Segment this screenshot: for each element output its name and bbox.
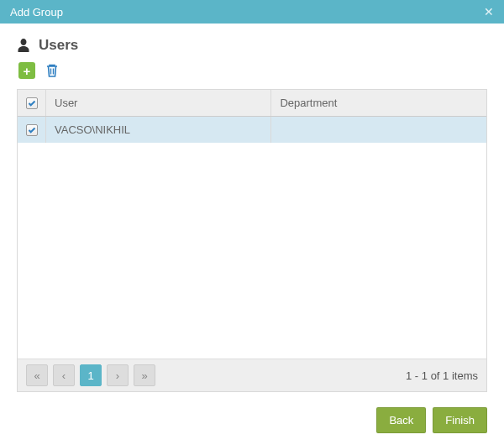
cell-department	[271, 117, 486, 143]
dialog-title: Add Group	[10, 6, 63, 18]
cell-user: VACSO\NIKHIL	[46, 117, 271, 143]
pager-first[interactable]: «	[26, 364, 48, 386]
toolbar: +	[17, 62, 487, 79]
pager-last[interactable]: »	[134, 364, 155, 386]
column-department[interactable]: Department	[271, 90, 486, 116]
dialog-footer: Back Finish	[0, 400, 504, 445]
grid-body: VACSO\NIKHIL	[18, 117, 486, 359]
users-grid: User Department VACSO\NIKHIL « ‹	[17, 89, 487, 392]
close-icon[interactable]: ✕	[484, 5, 494, 18]
row-checkbox[interactable]	[26, 124, 38, 136]
person-icon	[17, 38, 30, 53]
trash-icon	[45, 63, 60, 78]
pager-page-1[interactable]: 1	[80, 364, 102, 386]
pager-status: 1 - 1 of 1 items	[406, 369, 478, 382]
section-title: Users	[39, 37, 78, 54]
add-button[interactable]: +	[18, 62, 35, 79]
select-all-checkbox[interactable]	[26, 97, 38, 109]
finish-button[interactable]: Finish	[433, 407, 487, 433]
back-button[interactable]: Back	[376, 407, 426, 433]
plus-icon: +	[24, 65, 31, 77]
pager-buttons: « ‹ 1 › »	[26, 364, 155, 386]
titlebar: Add Group ✕	[0, 0, 504, 24]
table-row[interactable]: VACSO\NIKHIL	[18, 117, 486, 143]
column-user[interactable]: User	[46, 90, 271, 116]
pager-next[interactable]: ›	[107, 364, 129, 386]
add-group-dialog: Add Group ✕ Users +	[0, 0, 504, 445]
row-checkbox-cell	[18, 117, 46, 143]
grid-header: User Department	[18, 90, 486, 117]
pager: « ‹ 1 › » 1 - 1 of 1 items	[18, 359, 486, 391]
delete-button[interactable]	[44, 62, 60, 79]
header-checkbox-cell	[18, 90, 46, 116]
section-header: Users	[17, 37, 487, 54]
dialog-content: Users + User Department	[0, 24, 504, 400]
pager-prev[interactable]: ‹	[53, 364, 75, 386]
